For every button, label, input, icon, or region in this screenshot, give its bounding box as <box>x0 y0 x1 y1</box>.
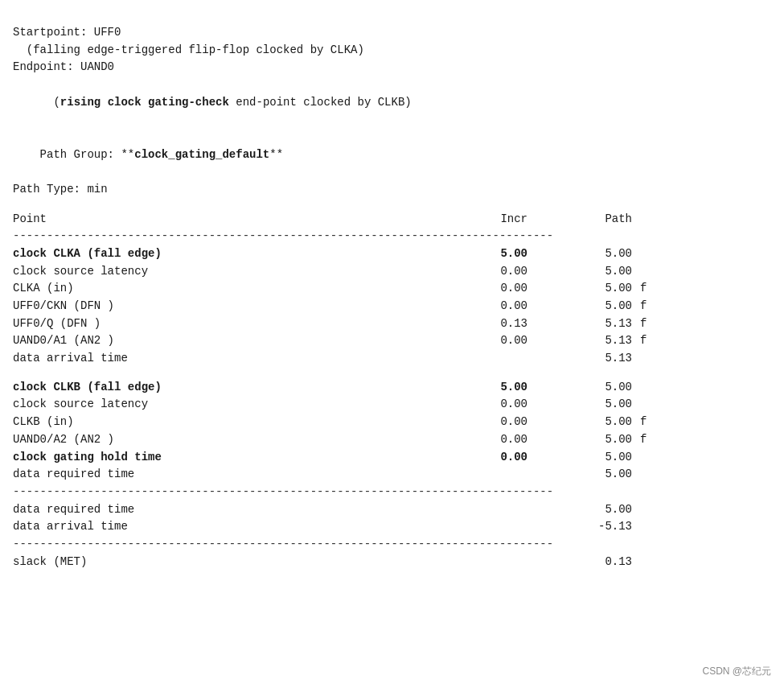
row-incr: 0.00 <box>463 396 544 414</box>
row-incr: 5.00 <box>463 379 544 397</box>
row-incr: 0.00 <box>463 449 544 467</box>
table-row: clock source latency0.005.00 <box>13 396 771 414</box>
col-point-header: Point <box>13 210 463 228</box>
table-row: UFF0/CKN (DFN )0.005.00 f <box>13 298 771 315</box>
separator-bot: ----------------------------------------… <box>13 536 771 554</box>
summary-row: data arrival time-5.13 <box>13 518 771 536</box>
endpoint-detail-prefix: ( <box>40 96 60 109</box>
report-container: Startpoint: UFF0 (falling edge-triggered… <box>13 16 771 579</box>
endpoint-line: Endpoint: UAND0 <box>13 59 771 76</box>
row-point: UFF0/Q (DFN ) <box>13 315 463 333</box>
row-flag <box>640 466 664 484</box>
col-incr-header: Incr <box>463 210 544 228</box>
table-row: UFF0/Q (DFN )0.135.13 f <box>13 315 771 333</box>
row-path: 5.00 <box>544 431 640 449</box>
row-point: UAND0/A2 (AN2 ) <box>13 431 463 449</box>
slack-row: slack (MET) 0.13 <box>13 554 771 571</box>
row-flag: f <box>640 431 664 449</box>
slack-value: 0.13 <box>544 554 640 571</box>
row-flag <box>640 449 664 467</box>
summary-row: data required time5.00 <box>13 501 771 519</box>
row-incr: 0.00 <box>463 280 544 298</box>
row-path: 5.13 <box>544 315 640 333</box>
row-point: CLKA (in) <box>13 280 463 298</box>
separator-top: ----------------------------------------… <box>13 228 771 245</box>
row-point: UFF0/CKN (DFN ) <box>13 298 463 315</box>
table-row: data required time5.00 <box>13 466 771 484</box>
rows-section2: clock CLKB (fall edge)5.005.00clock sour… <box>13 379 771 484</box>
summary-point: data arrival time <box>13 518 463 536</box>
row-incr: 0.00 <box>463 332 544 350</box>
row-point: clock CLKB (fall edge) <box>13 379 463 397</box>
row-flag <box>640 379 664 397</box>
row-incr: 0.00 <box>463 298 544 315</box>
endpoint-detail-bold: rising clock gating-check <box>60 96 229 109</box>
row-incr: 5.00 <box>463 245 544 263</box>
row-incr <box>463 350 544 368</box>
row-path: 5.00 <box>544 263 640 281</box>
row-point: clock gating hold time <box>13 449 463 467</box>
slack-label: slack (MET) <box>13 554 463 571</box>
table-header: Point Incr Path <box>13 210 771 228</box>
separator-mid: ----------------------------------------… <box>13 484 771 501</box>
row-incr <box>463 466 544 484</box>
row-point: clock source latency <box>13 396 463 414</box>
table-row: clock CLKB (fall edge)5.005.00 <box>13 379 771 397</box>
summary-section: data required time5.00data arrival time-… <box>13 501 771 536</box>
startpoint-line: Startpoint: UFF0 <box>13 24 771 42</box>
row-point: UAND0/A1 (AN2 ) <box>13 332 463 350</box>
row-path: 5.13 <box>544 332 640 350</box>
table-row: clock source latency0.005.00 <box>13 263 771 281</box>
endpoint-detail-suffix: end-point clocked by CLKB) <box>229 96 412 109</box>
summary-incr <box>463 518 544 536</box>
row-path: 5.00 <box>544 414 640 431</box>
row-flag <box>640 245 664 263</box>
summary-path: 5.00 <box>544 501 640 519</box>
row-flag: f <box>640 280 664 298</box>
row-path: 5.00 <box>544 449 640 467</box>
path-type-line: Path Type: min <box>13 181 771 199</box>
path-group-suffix: ** <box>269 148 283 161</box>
row-incr: 0.00 <box>463 414 544 431</box>
row-flag: f <box>640 298 664 315</box>
watermark: CSDN @芯纪元 <box>702 665 771 678</box>
row-path: 5.00 <box>544 466 640 484</box>
table-row: UAND0/A1 (AN2 )0.005.13 f <box>13 332 771 350</box>
startpoint-detail: (falling edge-triggered flip-flop clocke… <box>13 42 771 60</box>
rows-section1: clock CLKA (fall edge)5.005.00clock sour… <box>13 245 771 368</box>
table-row: UAND0/A2 (AN2 )0.005.00 f <box>13 431 771 449</box>
path-group-prefix: Path Group: ** <box>40 148 135 161</box>
row-flag: f <box>640 414 664 431</box>
summary-incr <box>463 501 544 519</box>
row-point: data required time <box>13 466 463 484</box>
row-point: data arrival time <box>13 350 463 368</box>
row-path: 5.00 <box>544 298 640 315</box>
slack-incr <box>463 554 544 571</box>
row-point: CLKB (in) <box>13 414 463 431</box>
row-path: 5.00 <box>544 379 640 397</box>
row-flag: f <box>640 315 664 333</box>
table-row: data arrival time5.13 <box>13 350 771 368</box>
table-row: clock CLKA (fall edge)5.005.00 <box>13 245 771 263</box>
row-incr: 0.00 <box>463 431 544 449</box>
path-group-line: Path Group: **clock_gating_default** <box>13 129 771 181</box>
row-flag <box>640 350 664 368</box>
row-incr: 0.00 <box>463 263 544 281</box>
col-path-header: Path <box>544 210 640 228</box>
summary-path: -5.13 <box>544 518 640 536</box>
table-row: clock gating hold time0.005.00 <box>13 449 771 467</box>
row-point: clock source latency <box>13 263 463 281</box>
row-incr: 0.13 <box>463 315 544 333</box>
row-flag <box>640 396 664 414</box>
row-path: 5.00 <box>544 245 640 263</box>
path-group-bold: clock_gating_default <box>134 148 269 161</box>
row-path: 5.00 <box>544 396 640 414</box>
row-path: 5.13 <box>544 350 640 368</box>
row-path: 5.00 <box>544 280 640 298</box>
row-point: clock CLKA (fall edge) <box>13 245 463 263</box>
table-row: CLKB (in)0.005.00 f <box>13 414 771 431</box>
summary-point: data required time <box>13 501 463 519</box>
endpoint-detail: (rising clock gating-check end-point clo… <box>13 76 771 129</box>
row-flag <box>640 263 664 281</box>
row-flag: f <box>640 332 664 350</box>
